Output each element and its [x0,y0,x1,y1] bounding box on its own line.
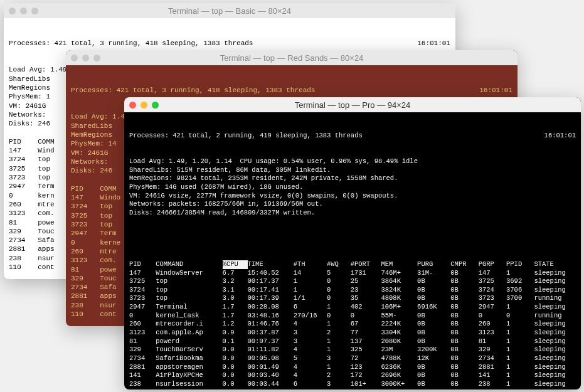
titlebar[interactable]: Terminal — top — Red Sands — 80×24 [66,50,518,65]
table-cell: 15:40.52 [248,269,294,278]
table-cell: 25 [351,277,381,286]
table-row: 2734SafariBookma0.000:05.0853724788K12K0… [129,354,576,363]
table-cell: 2881 [129,363,156,372]
table-cell: 3700 [506,294,534,303]
table-cell: 3724 [129,286,156,295]
table-cell: 1.2 [223,320,248,329]
table-cell: 3 [327,380,351,389]
titlebar[interactable]: Terminal — top — Pro — 94×24 [124,97,581,112]
table-cell: 260 [129,320,156,329]
table-cell: sleeping [534,363,576,372]
table-cell: 0 [479,312,506,320]
table-row: 3723top3.000:17.391/10354808K0B0B3723370… [129,294,576,303]
close-button[interactable] [9,8,16,14]
table-row: 147WindowServer6.715:40.521451731746M+31… [129,269,576,278]
table-cell: com.apple.Ap [156,329,222,337]
table-cell: 3723 [479,294,506,303]
process-table: PIDCOMMAND%CPUTIME#TH#WQ#PORTMEMPURGCMPR… [129,260,576,389]
column-header: PURG [417,260,450,269]
table-row: 260mtrecorder.i1.201:46.7641672224K0B0B2… [129,320,576,329]
table-cell: WindowServer [156,269,222,278]
maximize-button[interactable] [93,55,100,61]
table-cell: running [534,312,576,320]
table-cell: SafariBookma [156,354,222,363]
table-cell: 1 [506,269,534,278]
table-cell: 0B [450,294,478,303]
table-cell: 147 [479,269,506,278]
table-cell: 0B [450,286,478,295]
table-cell: sleeping [534,354,576,363]
table-cell: 1 [327,337,351,346]
table-cell: 4 [294,346,327,354]
table-cell: sleeping [534,380,576,389]
table-cell: 1 [506,380,534,389]
term-line: PhysMem: 14G used (2687M wired), 18G unu… [129,183,576,192]
table-cell: 2734 [479,354,506,363]
table-header-row: PIDCOMMAND%CPUTIME#TH#WQ#PORTMEMPURGCMPR… [129,260,576,269]
table-cell: AirPlayXPCHe [156,371,222,380]
table-row: 329TouchBarServ0.001:11.824132523M3200K0… [129,346,576,354]
table-cell: 1 [294,286,327,295]
table-cell: 0B [417,277,450,286]
maximize-button[interactable] [152,102,159,109]
table-cell: 00:17.39 [248,294,294,303]
minimize-button[interactable] [141,102,147,109]
table-cell: top [156,294,222,303]
minimize-button[interactable] [20,8,27,14]
table-cell: 5 [294,354,327,363]
table-cell: 0B [417,286,450,295]
table-cell: 0.0 [223,371,248,380]
column-header: #TH [294,260,327,269]
table-cell: 329 [129,346,156,354]
titlebar[interactable]: Terminal — top — Basic — 80×24 [4,3,455,18]
table-cell: 1 [506,371,534,380]
table-cell: 2080K [381,337,417,346]
table-cell: 00:37.87 [248,329,294,337]
table-cell: 2881 [479,363,506,372]
table-cell: 00:05.08 [248,354,294,363]
table-cell: 3725 [479,277,506,286]
close-button[interactable] [129,102,136,109]
table-cell: 55M- [381,312,417,320]
table-cell: 3 [327,354,351,363]
table-cell: 0B [417,337,450,346]
column-header: PPID [506,260,534,269]
table-cell: 0 [129,312,156,320]
table-cell: top [156,286,222,295]
terminal-window-pro[interactable]: Terminal — top — Pro — 94×24 Processes: … [124,97,581,389]
table-cell: 3724 [479,286,506,295]
table-cell: 0.0 [223,363,248,372]
maximize-button[interactable] [31,8,38,14]
table-cell: 137 [351,337,381,346]
table-cell: 0B [450,312,478,320]
term-line: Networks: packets: 168275/66M in, 191369… [129,200,576,209]
close-button[interactable] [71,55,78,61]
term-line: MemRegions: 98214 total, 2353M resident,… [129,174,576,183]
table-cell: 260 [479,320,506,329]
table-cell: sleeping [534,337,576,346]
table-cell: 2734 [129,354,156,363]
time: 16:01:01 [479,86,512,95]
column-header: STATE [534,260,576,269]
table-cell: 3123 [479,329,506,337]
table-cell: 3304K [381,329,417,337]
table-cell: 0 [327,294,351,303]
traffic-lights [129,102,159,109]
table-cell: 35 [351,294,381,303]
table-cell: 00:07.37 [248,337,294,346]
time: 16:01:01 [544,132,576,140]
table-cell: 3725 [129,277,156,286]
table-cell: 0B [450,269,478,278]
table-cell: 23 [351,286,381,295]
table-cell: 12K [417,354,450,363]
table-cell: 3.0 [223,294,248,303]
minimize-button[interactable] [82,55,89,61]
table-cell: 0 [327,312,351,320]
table-cell: 0.9 [223,329,248,337]
table-cell: 3200K [417,346,450,354]
table-cell: TouchBarServ [156,346,222,354]
terminal-body[interactable]: Processes: 421 total, 2 running, 419 sle… [124,112,581,389]
table-cell: 0B [450,329,478,337]
table-cell: 402 [351,303,381,312]
table-cell: 1 [327,346,351,354]
